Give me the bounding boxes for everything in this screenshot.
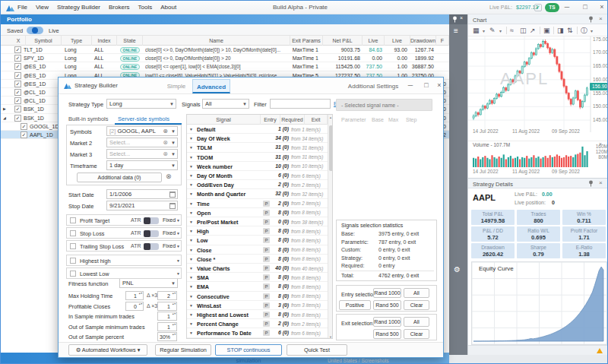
entry-button-all[interactable]: All	[404, 288, 429, 298]
expander-icon[interactable]: ▶	[3, 106, 6, 111]
compare-icon[interactable]: ⇅	[567, 27, 573, 34]
spinner-2-b[interactable]: 1	[157, 312, 177, 321]
start-date-field[interactable]: 1/1/2006	[106, 189, 178, 199]
signal-row-sma[interactable]: ▼SMAP8 (0)from 8 item(s)	[187, 273, 328, 282]
trendline-icon[interactable]: ↗	[530, 27, 536, 34]
exit-button-rand-1000[interactable]: Rand 1000	[373, 317, 401, 327]
atr-fixed-toggle[interactable]	[144, 230, 159, 237]
expand-icon[interactable]: ▼	[189, 257, 193, 261]
row-checkbox[interactable]: ✓	[14, 106, 21, 112]
row-checkbox[interactable]: ✓	[14, 72, 21, 79]
spinner-4-b[interactable]: 30%	[157, 332, 177, 341]
column-header-symbol[interactable]: Symbol	[26, 36, 62, 46]
column-header-state[interactable]: State	[117, 36, 143, 46]
signal-column-exit[interactable]: Exit	[305, 115, 328, 125]
menu-about[interactable]: About	[160, 4, 176, 11]
expander-icon[interactable]: ◢	[3, 116, 6, 120]
signal-row-ema[interactable]: ▼EMAP8 (0)from 8 item(s)	[187, 282, 328, 291]
timeframe-dropdown[interactable]: 1 day▼	[106, 160, 178, 170]
row-checkbox[interactable]: ✓	[21, 123, 27, 130]
column-header-type[interactable]: Type	[62, 36, 92, 46]
line-chart-icon[interactable]: ≈	[510, 27, 514, 34]
row-checkbox[interactable]	[70, 271, 76, 277]
row-checkbox[interactable]: ✓	[14, 55, 21, 62]
entry-button-positive[interactable]: Positive	[339, 300, 371, 310]
market2-field[interactable]: Select...⊗▼	[106, 138, 178, 147]
signal-row-low[interactable]: ▼LowP8 (0)from 8 item(s)	[187, 236, 328, 245]
signal-row-consecutive[interactable]: ▼ConsecutiveP8 (0)from 8 item(s)	[187, 292, 328, 301]
chevron-down-icon[interactable]: ▾	[591, 28, 593, 33]
column-header-netpl[interactable]: Net P&L	[323, 36, 363, 46]
signal-row-week-number[interactable]: ▼Week number10 (0)from 10 item(s)	[187, 162, 328, 171]
clear-icon[interactable]: ⊗	[163, 138, 168, 147]
menu-view[interactable]: View	[36, 4, 49, 11]
row-checkbox[interactable]: ✓	[14, 81, 21, 87]
menu-strategy-builder[interactable]: Strategy Builder	[57, 4, 100, 11]
entry-button-rand-1000[interactable]: Rand 1000	[373, 288, 401, 298]
footer-button-automated-workflows[interactable]: ⚙ Automated Workflows ▾	[68, 344, 147, 356]
minimize-button[interactable]: ─	[562, 3, 572, 11]
fitness-dropdown[interactable]: PNL▼	[119, 278, 178, 288]
row-checkbox[interactable]: ✓	[14, 89, 21, 96]
menu-file[interactable]: File	[17, 4, 27, 11]
column-header-index[interactable]: Index	[92, 36, 117, 46]
pin-icon[interactable]	[588, 180, 594, 188]
saved-live-toggle[interactable]	[27, 27, 43, 34]
expand-icon[interactable]: ▼	[189, 182, 193, 187]
expand-icon[interactable]: ▼	[189, 220, 193, 224]
signal-row-close-[interactable]: ▼Close *P8 (0)from 8 item(s)	[187, 255, 328, 264]
exit-button-clear[interactable]: Clear	[404, 329, 429, 339]
signal-scrollbar[interactable]: ▲ ▼	[328, 115, 333, 339]
expand-icon[interactable]: ▼	[189, 284, 193, 289]
table-row-@es_1d[interactable]: ✓@ES_1DLongALLONLINEclose[0] <= open[1],…	[1, 62, 449, 71]
chevron-down-icon[interactable]: ▼	[176, 258, 180, 263]
warning-icon[interactable]	[597, 348, 603, 353]
filter-input[interactable]	[270, 99, 331, 109]
signal-row-percent-change[interactable]: ▼Percent ChangeP2 (0)from 2 item(s)	[187, 319, 328, 328]
pin-icon[interactable]	[452, 16, 458, 24]
clear-icon[interactable]: ⊗	[163, 150, 168, 159]
tab-additional-settings[interactable]: Additional Settings	[344, 79, 402, 93]
stop-date-field[interactable]: 9/21/2021	[106, 201, 178, 210]
signal-row-close[interactable]: ▼CloseP8 (0)from 8 item(s)	[187, 245, 328, 255]
close-button[interactable]: ×	[597, 3, 607, 11]
expand-icon[interactable]: ▼	[189, 312, 193, 317]
expand-icon[interactable]: ▼	[189, 229, 193, 233]
scroll-thumb[interactable]	[329, 125, 333, 171]
column-header-liveposition[interactable]: Live Position	[385, 36, 410, 46]
portfolio-tab[interactable]: Portfolio	[1, 14, 449, 24]
info-icon[interactable]: ⓘ	[581, 27, 587, 34]
pin-icon[interactable]	[588, 16, 594, 24]
expand-icon[interactable]: ▼	[189, 331, 193, 335]
row-checkbox[interactable]: ✓	[14, 46, 21, 53]
expand-icon[interactable]: ▼	[189, 127, 193, 131]
footer-button-quick-test[interactable]: Quick Test	[287, 344, 347, 356]
signal-row-pre-post-market[interactable]: ▼Pre/Post MarketP0 (0)from 38 item(s)	[187, 217, 328, 226]
signal-row-day-of-month[interactable]: ▼Day Of Month6 (0)from 6 item(s)	[187, 171, 328, 180]
close-icon[interactable]: ×	[460, 15, 463, 21]
scroll-down-icon[interactable]: ▼	[329, 335, 332, 339]
column-header-drawdown[interactable]: Drawdown	[410, 36, 436, 46]
row-checkbox[interactable]: ✓	[21, 131, 27, 138]
dialog-close-button[interactable]: ×	[434, 81, 445, 89]
exit-button-rand-500[interactable]: Rand 500	[373, 329, 401, 339]
expand-icon[interactable]: ▼	[189, 191, 193, 196]
row-checkbox[interactable]: ✓	[14, 97, 21, 104]
signal-column-entry[interactable]: Entry	[261, 115, 280, 125]
chevron-down-icon[interactable]: ▼	[176, 218, 180, 223]
footer-button-regular-simulation[interactable]: Regular Simulation	[155, 344, 211, 356]
connected-check-icon[interactable]: ✓	[534, 4, 542, 11]
expand-icon[interactable]: ▼	[189, 275, 193, 280]
expand-icon[interactable]: ▼	[189, 136, 193, 141]
chevron-down-icon[interactable]: ▼	[176, 244, 180, 248]
column-header-livepl[interactable]: Live P&L	[363, 36, 385, 46]
add-series-icon[interactable]: ▦	[473, 27, 480, 34]
signal-row-time[interactable]: ▼TimeP2 (0)from 2 item(s)	[187, 199, 328, 208]
clear-icon[interactable]: ⊗	[163, 127, 168, 136]
signal-column-required[interactable]: Required	[280, 115, 305, 125]
signal-row-day-of-week[interactable]: ▼Day Of Week34 (0)from 34 item(s)	[187, 134, 328, 143]
equity-curve-chart[interactable]	[471, 261, 607, 345]
chevron-down-icon[interactable]: ▼	[176, 231, 180, 236]
candlestick-chart-icon[interactable]: ◫	[520, 27, 527, 34]
menu-brokers[interactable]: Brokers	[109, 4, 130, 11]
